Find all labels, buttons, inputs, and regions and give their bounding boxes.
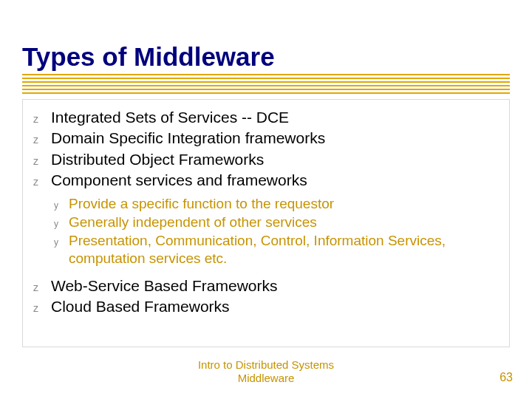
list-item: zIntegrated Sets of Services -- DCE (33, 107, 502, 128)
sub-list-item-label: Generally independent of other services (69, 214, 317, 230)
content-box: zIntegrated Sets of Services -- DCE zDom… (22, 99, 510, 347)
bullet-icon: y (54, 200, 69, 212)
footer-line2: Middleware (238, 372, 295, 384)
list-item: zDomain Specific Integration frameworks (33, 128, 502, 149)
list-item: zWeb-Service Based Frameworks (33, 276, 502, 296)
sub-list-item-label: Provide a specific function to the reque… (69, 196, 334, 211)
bullet-icon: y (54, 219, 69, 231)
list-item-label: Distributed Object Frameworks (51, 151, 264, 168)
slide-title: Types of Middleware (22, 43, 275, 72)
list-item-label: Web-Service Based Frameworks (51, 277, 278, 294)
sub-list-item-label: Presentation, Communication, Control, In… (69, 233, 446, 267)
page-number: 63 (499, 371, 513, 384)
list-item-label: Component services and frameworks (51, 171, 307, 188)
bullet-icon: z (33, 175, 51, 189)
list-item-label: Integrated Sets of Services -- DCE (51, 109, 289, 126)
bullet-list: zIntegrated Sets of Services -- DCE zDom… (33, 107, 502, 191)
list-item-label: Domain Specific Integration frameworks (51, 129, 325, 146)
bullet-icon: y (54, 237, 69, 249)
sub-list-item: yGenerally independent of other services (54, 214, 502, 232)
bullet-icon: z (33, 154, 51, 168)
footer-line1: Intro to Distributed Systems (198, 358, 334, 371)
title-underline (22, 74, 510, 99)
list-item: zComponent services and frameworks (33, 170, 502, 191)
sub-list-item: yProvide a specific function to the requ… (54, 195, 502, 214)
slide: Types of Middleware zIntegrated Sets of … (0, 0, 532, 399)
bullet-icon: z (33, 281, 51, 295)
bullet-icon: z (33, 112, 51, 126)
list-item: zCloud Based Frameworks (33, 296, 502, 317)
bullet-icon: z (33, 133, 51, 147)
list-item: zDistributed Object Frameworks (33, 149, 502, 170)
bullet-list: zWeb-Service Based Frameworks zCloud Bas… (33, 276, 502, 318)
sub-list-item: yPresentation, Communication, Control, I… (54, 232, 502, 268)
list-item-label: Cloud Based Frameworks (51, 298, 230, 315)
sub-bullet-list: yProvide a specific function to the requ… (33, 195, 502, 268)
bullet-icon: z (33, 301, 51, 316)
footer: Intro to Distributed Systems Middleware (0, 358, 532, 386)
